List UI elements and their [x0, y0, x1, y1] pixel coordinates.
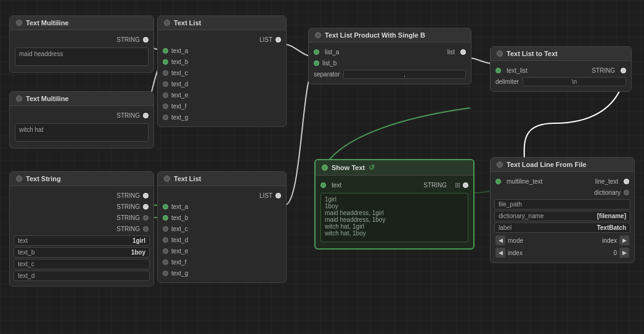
field-text[interactable]: text 1girl	[14, 235, 150, 246]
node-body: list_a list list_b separator ,	[309, 43, 471, 84]
input-socket-text-d[interactable]	[163, 237, 168, 243]
input-socket-row-text-f: text_f	[158, 256, 286, 267]
node-header-text-list-2: Text List	[158, 172, 286, 186]
node-title: Text Multiline	[26, 19, 68, 26]
input-socket-row-text-c: text_c	[158, 223, 286, 234]
input-socket-text-g[interactable]	[163, 271, 168, 276]
text-list-to-text-node: Text List to Text text_list STRING delim…	[490, 46, 632, 92]
text-load-line-node: Text Load Line From File multiline_text …	[490, 157, 635, 263]
index-stepper-row: ◀ index 0 ▶	[491, 246, 634, 259]
input-socket-row-text-a: text_a	[158, 201, 286, 212]
node-status-dot	[16, 176, 22, 182]
node-canvas: Text Multiline STRING maid headdress Tex…	[0, 0, 644, 334]
text-multiline-content-1[interactable]: maid headdress	[15, 47, 149, 66]
label-list-b: list_b	[322, 60, 336, 67]
input-socket-text-g[interactable]	[163, 115, 168, 120]
output-socket-string[interactable]	[463, 182, 468, 188]
input-socket-row-list-b: list_b	[309, 57, 471, 68]
input-socket-text-e[interactable]	[163, 248, 168, 254]
input-socket-row-text-e: text_e	[158, 89, 286, 100]
input-socket-text-a[interactable]	[163, 48, 168, 54]
output-socket-2[interactable]	[143, 204, 149, 210]
input-socket-text-c[interactable]	[163, 70, 168, 76]
socket-label-text-b: text_b	[171, 214, 188, 221]
field-file-path[interactable]: file_path	[494, 199, 630, 210]
field-text-c[interactable]: text_c	[14, 259, 150, 269]
output-label-list: LIST	[259, 36, 272, 43]
output-socket-line-text[interactable]	[624, 179, 629, 184]
output-label-string-1: STRING	[116, 192, 140, 199]
input-socket-text-c[interactable]	[163, 226, 168, 232]
field-dictionary-name[interactable]: dictionary_name [filename]	[494, 211, 630, 221]
index-decrement-button[interactable]: ◀	[495, 248, 505, 258]
node-body: text STRING ⊞ 1girl 1boy maid headdress,…	[316, 176, 473, 248]
node-header-text-list-product: Text List Product With Single B	[309, 28, 471, 43]
output-label-string-3: STRING	[116, 214, 140, 221]
input-socket-text[interactable]	[320, 182, 326, 188]
output-label-line-text: line_text	[595, 178, 618, 185]
socket-label-text-d: text_d	[171, 81, 188, 88]
input-socket-multiline-text[interactable]	[495, 179, 501, 184]
input-socket-text-list[interactable]	[495, 68, 501, 73]
input-socket-text-a[interactable]	[163, 204, 168, 210]
label-list-a: list_a	[325, 49, 339, 55]
output-socket-4[interactable]	[143, 226, 149, 232]
field-label-text-d: text_d	[18, 272, 35, 279]
socket-row-list-a-out: list_a list	[309, 46, 471, 57]
output-label-dictionary: dictionary	[594, 189, 621, 196]
field-label-text-b: text_b	[18, 249, 35, 256]
input-socket-text-d[interactable]	[163, 81, 168, 87]
output-socket-list[interactable]	[275, 193, 281, 198]
node-status-dot	[164, 176, 170, 182]
show-text-node: Show Text ↺ text STRING ⊞ 1girl 1boy mai…	[314, 159, 475, 250]
separator-value[interactable]: ,	[343, 70, 466, 79]
delimiter-value[interactable]: \n	[523, 77, 626, 86]
mode-stepper-row: ◀ mode index ▶	[491, 234, 634, 246]
output-socket-1[interactable]	[143, 193, 149, 198]
mode-label: mode	[508, 237, 600, 244]
input-socket-row-text-d: text_d	[158, 234, 286, 245]
output-socket-list[interactable]	[275, 37, 281, 43]
socket-row-multiline-linetext: multiline_text line_text	[491, 176, 634, 187]
output-socket-3[interactable]	[143, 215, 149, 221]
field-value-text: 1girl	[132, 237, 145, 244]
refresh-icon[interactable]: ↺	[369, 163, 375, 172]
delimiter-label: delimiter	[495, 78, 519, 85]
delimiter-row: delimiter \n	[491, 76, 631, 88]
input-socket-text-f[interactable]	[163, 259, 168, 265]
field-text-d[interactable]: text_d	[14, 271, 150, 281]
input-socket-row-text-c: text_c	[158, 67, 286, 78]
node-title: Text Load Line From File	[507, 161, 586, 168]
input-socket-row-text-b: text_b	[158, 56, 286, 67]
output-socket-list[interactable]	[460, 49, 466, 55]
socket-label-text-b: text_b	[171, 59, 188, 65]
socket-row-dictionary: dictionary	[491, 187, 634, 198]
mode-increment-button[interactable]: ▶	[619, 235, 629, 245]
input-socket-text-e[interactable]	[163, 92, 168, 98]
socket-label-text-g: text_g	[171, 114, 188, 121]
field-value-dictionary-name: [filename]	[597, 213, 626, 219]
field-text-b[interactable]: text_b 1boy	[14, 247, 150, 258]
input-socket-text-b[interactable]	[163, 215, 168, 221]
input-socket-row-text-d: text_d	[158, 78, 286, 89]
input-socket-list-a[interactable]	[314, 49, 319, 55]
output-socket-dictionary[interactable]	[624, 190, 629, 195]
output-socket-string[interactable]	[143, 37, 149, 43]
grid-icon: ⊞	[455, 181, 460, 189]
show-text-output: 1girl 1boy maid headdress, 1girl maid he…	[320, 193, 468, 242]
mode-decrement-button[interactable]: ◀	[495, 235, 505, 245]
input-socket-text-f[interactable]	[163, 104, 168, 109]
node-header-show-text: Show Text ↺	[316, 160, 473, 176]
output-label-list: list	[447, 49, 455, 55]
field-label[interactable]: label TextBatch	[494, 222, 630, 233]
input-socket-list-b[interactable]	[314, 60, 319, 66]
output-label-string-2: STRING	[116, 203, 140, 210]
text-multiline-content-2[interactable]: witch hat	[15, 123, 149, 142]
input-socket-text-b[interactable]	[163, 59, 168, 65]
output-socket-string[interactable]	[621, 68, 626, 73]
text-multiline-node-2: Text Multiline STRING witch hat	[9, 91, 154, 149]
node-header-text-multiline-1: Text Multiline	[10, 16, 153, 30]
label-text: text	[332, 182, 341, 189]
output-socket-string[interactable]	[143, 113, 149, 118]
index-increment-button[interactable]: ▶	[619, 248, 629, 258]
